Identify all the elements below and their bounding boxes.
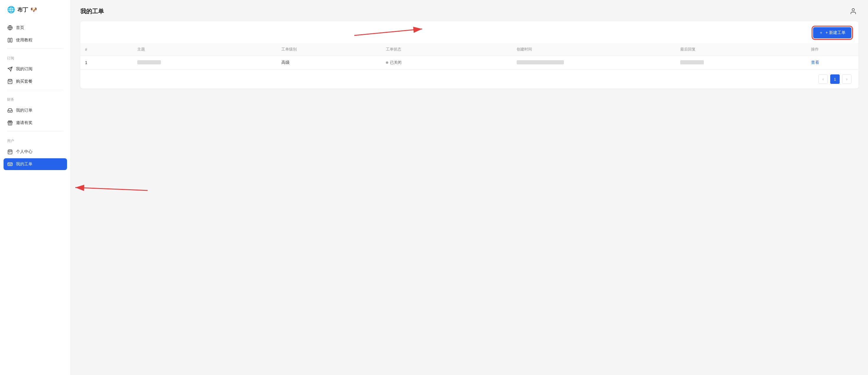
bag-icon (7, 79, 13, 85)
sidebar-item-my-subscription[interactable]: 我的订阅 (4, 63, 67, 75)
sidebar-item-label: 首页 (16, 25, 24, 30)
page-number: 1 (834, 77, 836, 82)
table-body: 1 高级 已关闭 (80, 56, 859, 70)
sidebar: 🌐 布丁 🐶 首页 使用教程 (0, 0, 71, 375)
sidebar-item-label: 购买套餐 (16, 79, 32, 84)
plus-icon: ＋ (819, 30, 823, 35)
col-header-last-reply: 最后回复 (676, 43, 806, 56)
top-bar-right (848, 6, 859, 17)
svg-rect-3 (11, 38, 12, 42)
new-ticket-button[interactable]: ＋ + 新建工单 (813, 27, 851, 38)
col-header-action: 操作 (806, 43, 859, 56)
app-logo: 🌐 布丁 🐶 (0, 0, 70, 20)
row-created-time (512, 56, 676, 70)
sidebar-item-label: 我的订阅 (16, 66, 32, 72)
main-content: 我的工单 ＋ + 新建工单 # 主题 工单级别 (71, 0, 868, 375)
row-subject (132, 56, 276, 70)
profile-icon (7, 149, 13, 155)
sidebar-item-label: 我的订单 (16, 108, 32, 113)
col-header-id: # (80, 43, 132, 56)
row-last-reply (676, 56, 806, 70)
row-action: 查看 (806, 56, 859, 70)
inbox-icon (7, 107, 13, 114)
nav-divider-2 (7, 90, 63, 90)
status-badge: 已关闭 (386, 60, 402, 65)
last-reply-blurred (680, 60, 704, 64)
nav-section-finance: 财务 (4, 92, 67, 104)
view-ticket-link[interactable]: 查看 (811, 60, 819, 65)
sidebar-item-home[interactable]: 首页 (4, 22, 67, 34)
pagination-prev-button[interactable]: ‹ (818, 74, 828, 84)
user-account-button[interactable] (848, 6, 859, 17)
top-bar: 我的工单 (71, 0, 868, 21)
sidebar-item-label: 使用教程 (16, 37, 32, 43)
svg-rect-2 (8, 38, 9, 42)
sidebar-item-buy-plan[interactable]: 购买套餐 (4, 75, 67, 87)
col-header-level: 工单级别 (277, 43, 381, 56)
page-title: 我的工单 (80, 7, 104, 15)
send-icon (7, 66, 13, 72)
row-level: 高级 (277, 56, 381, 70)
sidebar-item-invite-reward[interactable]: 邀请有奖 (4, 117, 67, 129)
table-header: # 主题 工单级别 工单状态 创建时间 最后回复 操作 (80, 43, 859, 56)
book-icon (7, 37, 13, 43)
col-header-created: 创建时间 (512, 43, 676, 56)
nav-divider-3 (7, 131, 63, 131)
user-icon (850, 8, 857, 15)
new-ticket-label: + 新建工单 (826, 30, 845, 35)
app-name: 布丁 (18, 6, 28, 13)
pagination: ‹ 1 › (80, 69, 859, 89)
sidebar-item-tutorial[interactable]: 使用教程 (4, 34, 67, 46)
tickets-table-card: ＋ + 新建工单 # 主题 工单级别 工单状态 创建时间 最后回复 操作 1 (80, 21, 859, 89)
gift-icon (7, 120, 13, 126)
nav-section-subscription: 订阅 (4, 51, 67, 63)
sidebar-navigation: 首页 使用教程 订阅 我的订阅 (0, 20, 70, 375)
nav-section-user: 用户 (4, 134, 67, 146)
svg-rect-15 (8, 163, 12, 166)
col-header-subject: 主题 (132, 43, 276, 56)
logo-dog-emoji: 🐶 (30, 6, 37, 13)
table-toolbar: ＋ + 新建工单 (80, 21, 859, 43)
svg-point-18 (852, 8, 855, 11)
sidebar-item-label: 邀请有奖 (16, 120, 32, 125)
col-header-status: 工单状态 (381, 43, 512, 56)
status-text: 已关闭 (390, 60, 402, 65)
nav-divider-1 (7, 49, 63, 49)
pagination-page-1[interactable]: 1 (830, 74, 840, 84)
status-dot (386, 61, 388, 64)
sidebar-item-label: 个人中心 (16, 149, 32, 154)
row-status: 已关闭 (381, 56, 512, 70)
ticket-icon (7, 161, 13, 167)
row-id: 1 (80, 56, 132, 70)
sidebar-item-label: 我的工单 (16, 161, 32, 167)
tickets-table: # 主题 工单级别 工单状态 创建时间 最后回复 操作 1 高级 (80, 43, 859, 69)
subject-blurred (137, 60, 161, 64)
pagination-next-button[interactable]: › (842, 74, 851, 84)
logo-globe-icon: 🌐 (7, 6, 15, 13)
home-icon (7, 25, 13, 31)
sidebar-item-profile[interactable]: 个人中心 (4, 146, 67, 158)
sidebar-item-my-tickets[interactable]: 我的工单 (4, 158, 67, 170)
table-row: 1 高级 已关闭 (80, 56, 859, 70)
sidebar-item-my-orders[interactable]: 我的订单 (4, 104, 67, 116)
created-time-blurred (517, 60, 564, 64)
